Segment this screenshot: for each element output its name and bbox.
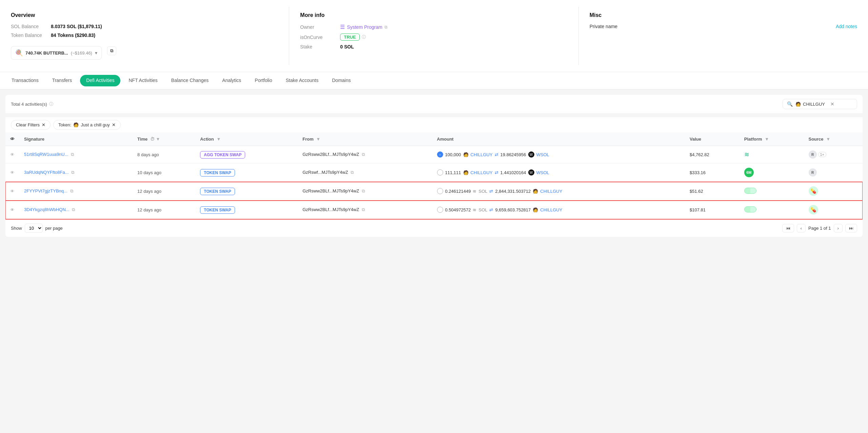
tab-portfolio[interactable]: Portfolio — [249, 73, 278, 88]
system-program-link[interactable]: System Program — [347, 24, 382, 30]
eye-icon: 👁 — [10, 152, 15, 157]
prev-page-button[interactable]: ‹ — [797, 224, 806, 232]
amount-circle-icon-1: ○ — [437, 151, 443, 158]
from-address-1: GzRsww2BLf...MJTs9pY4wZ — [302, 152, 359, 157]
amount-in-num-1: 100,000 — [445, 152, 461, 157]
per-page-select[interactable]: 10 25 50 — [25, 224, 43, 233]
page-info: Page 1 of 1 — [808, 226, 831, 231]
add-notes-button[interactable]: Add notes — [836, 24, 857, 29]
token-balance-label: Token Balance — [11, 33, 48, 38]
wsol-icon-2: W — [528, 169, 534, 176]
filters-row: Clear Filters ✕ Token: 🧑 Just a chill gu… — [5, 117, 863, 132]
token-selector[interactable]: 🍭 740.74K BUTTERB... (~$169.46) ▾ — [11, 46, 102, 60]
private-name-row: Private name Add notes — [590, 24, 857, 29]
source-filter-icon[interactable]: ▼ — [826, 137, 830, 142]
amount-circle-icon-3 — [437, 188, 443, 194]
platform-filter-icon[interactable]: ▼ — [765, 137, 769, 142]
first-page-button[interactable]: ⏮ — [782, 224, 794, 232]
row-visibility-4[interactable]: 👁 — [5, 201, 19, 219]
amount-circle-icon-2 — [437, 169, 443, 176]
from-copy-2[interactable]: ⧉ — [351, 170, 354, 175]
signature-link-1[interactable]: 51rt8SqRW1uua9nU... — [24, 152, 68, 157]
tab-nft-activities[interactable]: NFT Activities — [122, 73, 163, 88]
from-filter-icon[interactable]: ▼ — [316, 137, 320, 142]
copy-system-program-button[interactable]: ⧉ — [384, 25, 388, 29]
last-page-button[interactable]: ⏭ — [845, 224, 857, 232]
signature-link-3[interactable]: 2FYYPVt7gjzTYBnq... — [24, 188, 67, 193]
page-nav: ⏮ ‹ Page 1 of 1 › ⏭ — [782, 224, 857, 232]
tabs-bar: Transactions Transfers Defi Activities N… — [0, 72, 868, 89]
tab-balance-changes[interactable]: Balance Changes — [165, 73, 215, 88]
wsol-link-2[interactable]: WSOL — [536, 170, 549, 175]
from-address-4: GzRsww2BLf...MJTs9pY4wZ — [302, 207, 359, 212]
eye-icon: 👁 — [10, 189, 15, 194]
chillguy-link-in-2[interactable]: CHILLGUY — [471, 170, 493, 175]
system-program-icon: ☰ — [340, 24, 345, 30]
amount-in-num-4: 0.504972572 — [445, 207, 471, 212]
row-value-2: $333.16 — [685, 163, 739, 182]
chillguy-link-out-4[interactable]: CHILLGUY — [540, 207, 562, 212]
tab-transactions[interactable]: Transactions — [5, 73, 45, 88]
isoncurve-label: isOnCurve — [300, 35, 337, 40]
row-visibility-1[interactable]: 👁 — [5, 146, 19, 163]
token-emoji: 🍭 — [15, 49, 23, 57]
tab-stake-accounts[interactable]: Stake Accounts — [280, 73, 325, 88]
row-amount-4: 0.504972572 ≋ SOL ⇄ 9,659,603.752817 🧑 C… — [432, 201, 685, 219]
tab-transfers[interactable]: Transfers — [46, 73, 78, 88]
row-from-3: GzRsww2BLf...MJTs9pY4wZ ⧉ — [298, 182, 432, 201]
sig-copy-3[interactable]: ⧉ — [70, 188, 73, 193]
value-2: $333.16 — [690, 170, 706, 175]
main-content: Total 4 activities(s) ⓘ 🔍 🧑 CHILLGUY ✕ C… — [0, 89, 868, 242]
table-row: 👁 3D4Ykgzq8hWbHQN... ⧉ 12 days ago TOKEN… — [5, 201, 863, 219]
action-filter-icon[interactable]: ▼ — [216, 137, 221, 142]
token-balance-value: 84 Tokens ($290.83) — [51, 33, 95, 38]
source-r-badge-1: R — [809, 150, 817, 159]
row-from-4: GzRsww2BLf...MJTs9pY4wZ ⧉ — [298, 201, 432, 219]
sol-label-3: SOL — [478, 189, 487, 194]
chillguy-link-out-3[interactable]: CHILLGUY — [540, 189, 562, 194]
signature-link-2[interactable]: 3aRUdqNQYFfto8Fa... — [24, 170, 69, 175]
tab-domains[interactable]: Domains — [326, 73, 357, 88]
sig-copy-2[interactable]: ⧉ — [71, 170, 74, 175]
action-badge-3: TOKEN SWAP — [200, 188, 235, 195]
search-icon: 🔍 — [787, 101, 793, 107]
wsol-icon-1: W — [528, 151, 534, 158]
action-badge-2: TOKEN SWAP — [200, 169, 235, 177]
isoncurve-badge: TRUE — [340, 34, 359, 41]
row-visibility-2[interactable]: 👁 — [5, 163, 19, 182]
clear-filters-button[interactable]: Clear Filters ✕ — [11, 120, 51, 130]
sig-copy-4[interactable]: ⧉ — [72, 207, 75, 212]
row-source-3: 💊 — [804, 182, 863, 201]
tab-defi-activities[interactable]: Defi Activities — [80, 75, 120, 86]
from-copy-4[interactable]: ⧉ — [362, 207, 365, 212]
token-copy-button[interactable]: ⧉ — [107, 46, 116, 55]
from-copy-1[interactable]: ⧉ — [362, 152, 365, 157]
stake-row: Stake 0 SOL — [300, 44, 567, 49]
row-amount-1: ○ 100,000 🧑 CHILLGUY ⇄ 19.86245956 W WSO… — [432, 146, 685, 163]
from-address-2: GzRswf...MJTs9pY4wZ — [302, 170, 348, 175]
tab-analytics[interactable]: Analytics — [216, 73, 247, 88]
row-time-4: 12 days ago — [133, 201, 195, 219]
next-page-button[interactable]: › — [834, 224, 843, 232]
col-action: Action ▼ — [195, 132, 298, 146]
sol-balance-label: SOL Balance — [11, 24, 48, 29]
more-info-title: More info — [300, 12, 567, 18]
chillguy-link-in-1[interactable]: CHILLGUY — [471, 152, 493, 157]
wsol-link-1[interactable]: WSOL — [536, 152, 549, 157]
token-filter-button[interactable]: Token: 🧑 Just a chill guy ✕ — [53, 120, 121, 130]
time-filter-icon[interactable]: ⏱ ▼ — [150, 137, 160, 142]
clear-filters-label: Clear Filters — [16, 122, 40, 127]
misc-panel: Misc Private name Add notes — [579, 7, 868, 65]
chillguy-icon-out-4: 🧑 — [533, 207, 538, 212]
signature-link-4[interactable]: 3D4Ykgzq8hWbHQN... — [24, 207, 70, 212]
from-copy-3[interactable]: ⧉ — [362, 188, 365, 193]
row-visibility-3[interactable]: 👁 — [5, 182, 19, 201]
wifi-platform-icon-1: ≋ — [744, 151, 749, 158]
clear-filters-x-icon: ✕ — [42, 122, 45, 127]
capsule-platform-icon-3 — [744, 188, 756, 194]
capsule-source-icon-3: 💊 — [809, 186, 818, 196]
row-time-1: 8 days ago — [133, 146, 195, 163]
action-badge-1: AGG TOKEN SWAP — [200, 151, 245, 159]
close-search-button[interactable]: ✕ — [830, 101, 834, 107]
sig-copy-1[interactable]: ⧉ — [71, 152, 74, 157]
